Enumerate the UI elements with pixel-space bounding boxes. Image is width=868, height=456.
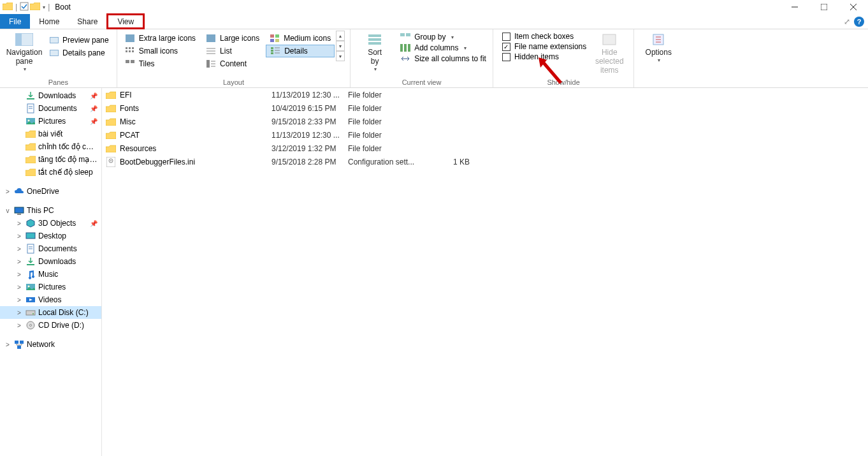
layout-scroll-up[interactable]: ▴ bbox=[336, 31, 345, 41]
nav-item[interactable]: >Pictures bbox=[0, 281, 101, 293]
file-list[interactable]: EFI11/13/2019 12:30 ...File folderFonts1… bbox=[102, 88, 868, 456]
tab-file[interactable]: File bbox=[0, 14, 30, 29]
nav-item[interactable]: Downloads📌 bbox=[0, 89, 101, 102]
file-row[interactable]: PCAT11/13/2019 12:30 ...File folder bbox=[102, 128, 868, 142]
layout-details[interactable]: Details bbox=[266, 45, 335, 57]
svg-rect-60 bbox=[26, 311, 35, 315]
sort-by-button[interactable]: Sort by ▾ bbox=[354, 31, 395, 73]
folder-icon bbox=[102, 131, 120, 139]
file-row[interactable]: Resources3/12/2019 1:32 PMFile folder bbox=[102, 142, 868, 155]
svg-rect-7 bbox=[126, 34, 134, 42]
expand-icon[interactable]: > bbox=[4, 341, 11, 348]
expand-icon[interactable]: > bbox=[15, 322, 23, 329]
maximize-button[interactable] bbox=[809, 0, 839, 14]
disk-icon bbox=[25, 307, 36, 318]
hidden-items-toggle[interactable]: Hidden items bbox=[500, 52, 589, 61]
tab-share[interactable]: Share bbox=[68, 14, 106, 29]
group-label-layout: Layout bbox=[117, 78, 350, 87]
nav-item[interactable]: >Downloads bbox=[0, 255, 101, 268]
nav-item[interactable]: chỉnh tốc độ chuột bbox=[0, 140, 101, 153]
expand-icon[interactable]: > bbox=[15, 309, 23, 316]
file-type: File folder bbox=[348, 91, 453, 99]
svg-rect-50 bbox=[15, 207, 24, 213]
nav-item[interactable]: bài viết bbox=[0, 128, 101, 140]
svg-rect-52 bbox=[26, 233, 35, 239]
nav-item[interactable]: >Videos bbox=[0, 293, 101, 306]
folder-icon-2 bbox=[30, 3, 40, 12]
nav-item[interactable]: >CD Drive (D:) bbox=[0, 319, 101, 332]
qat-dropdown-icon[interactable]: ▾ bbox=[41, 4, 45, 10]
svg-rect-35 bbox=[368, 38, 381, 41]
nav-item[interactable]: >Desktop bbox=[0, 230, 101, 242]
layout-medium-icons[interactable]: Medium icons bbox=[266, 32, 335, 45]
details-pane-button[interactable]: Details pane bbox=[46, 47, 113, 59]
expand-icon[interactable]: v bbox=[4, 207, 11, 214]
file-name: BootDebuggerFiles.ini bbox=[120, 158, 271, 166]
hide-selected-items-button[interactable]: Hide selected items bbox=[589, 31, 630, 76]
svg-rect-14 bbox=[129, 47, 131, 49]
nav-item[interactable]: >OneDrive bbox=[0, 185, 101, 198]
layout-extra-large-icons[interactable]: Extra large icons bbox=[121, 32, 199, 45]
nav-item[interactable]: Documents📌 bbox=[0, 102, 101, 115]
svg-point-61 bbox=[33, 313, 34, 314]
layout-gallery-more[interactable]: ▾ bbox=[336, 51, 345, 61]
layout-list[interactable]: List bbox=[202, 45, 263, 57]
svg-rect-36 bbox=[368, 42, 381, 45]
expand-icon[interactable]: > bbox=[15, 220, 23, 227]
svg-rect-41 bbox=[408, 44, 410, 52]
file-row[interactable]: Misc9/15/2018 2:33 PMFile folder bbox=[102, 115, 868, 128]
add-columns-button[interactable]: Add columns▾ bbox=[398, 43, 489, 53]
nav-item-label: Music bbox=[38, 270, 98, 279]
nav-item[interactable]: >Documents bbox=[0, 242, 101, 255]
expand-icon[interactable]: > bbox=[4, 188, 11, 195]
nav-item-label: Documents bbox=[38, 104, 98, 113]
nav-item[interactable]: >Local Disk (C:) bbox=[0, 306, 101, 319]
expand-icon[interactable]: > bbox=[15, 271, 23, 278]
onedrive-icon bbox=[14, 186, 24, 196]
nav-item-label: Downloads bbox=[38, 257, 98, 266]
options-button[interactable]: Options ▾ bbox=[638, 31, 679, 64]
file-date: 9/15/2018 2:33 PM bbox=[271, 117, 348, 126]
minimize-ribbon-icon[interactable]: ⤢ bbox=[844, 17, 850, 26]
size-all-columns-button[interactable]: Size all columns to fit bbox=[398, 54, 489, 64]
tab-view[interactable]: View bbox=[106, 13, 145, 29]
layout-content[interactable]: Content bbox=[202, 57, 263, 70]
item-checkboxes-toggle[interactable]: Item check boxes bbox=[500, 32, 589, 41]
tab-home[interactable]: Home bbox=[30, 14, 68, 29]
svg-rect-12 bbox=[275, 39, 279, 42]
expand-icon[interactable]: > bbox=[15, 297, 23, 304]
qat-check-icon[interactable] bbox=[20, 2, 29, 13]
pic-icon bbox=[25, 282, 36, 292]
expand-icon[interactable]: > bbox=[15, 246, 23, 253]
minimize-button[interactable] bbox=[780, 0, 809, 14]
expand-icon[interactable]: > bbox=[15, 233, 23, 240]
nav-item[interactable]: tăng tốc độ mạng bbox=[0, 153, 101, 166]
close-button[interactable] bbox=[839, 0, 868, 14]
help-icon[interactable]: ? bbox=[854, 17, 864, 27]
nav-item[interactable]: >Music bbox=[0, 268, 101, 281]
expand-icon[interactable]: > bbox=[15, 284, 23, 291]
ribbon: Navigation pane ▾ Preview pane Details p… bbox=[0, 29, 868, 88]
cd-icon bbox=[25, 320, 36, 330]
expand-icon[interactable]: > bbox=[15, 258, 23, 265]
file-row[interactable]: EFI11/13/2019 12:30 ...File folder bbox=[102, 88, 868, 101]
svg-rect-51 bbox=[17, 214, 21, 215]
file-name-extensions-toggle[interactable]: ✓File name extensions bbox=[500, 42, 589, 51]
navigation-tree[interactable]: Downloads📌Documents📌Pictures📌bài viếtchỉ… bbox=[0, 88, 102, 456]
nav-item[interactable]: tắt chế độ sleep bbox=[0, 166, 101, 179]
file-row[interactable]: Fonts10/4/2019 6:15 PMFile folder bbox=[102, 101, 868, 115]
group-by-button[interactable]: Group by▾ bbox=[398, 32, 489, 42]
nav-item[interactable]: vThis PC bbox=[0, 204, 101, 217]
file-row[interactable]: BootDebuggerFiles.ini9/15/2018 2:28 PMCo… bbox=[102, 155, 868, 168]
layout-scroll-down[interactable]: ▾ bbox=[336, 41, 345, 51]
svg-point-58 bbox=[28, 286, 30, 288]
nav-item[interactable]: Pictures📌 bbox=[0, 115, 101, 128]
layout-large-icons[interactable]: Large icons bbox=[202, 32, 263, 45]
layout-small-icons[interactable]: Small icons bbox=[121, 45, 199, 57]
navigation-pane-button[interactable]: Navigation pane ▾ bbox=[4, 31, 45, 73]
preview-pane-button[interactable]: Preview pane bbox=[46, 34, 113, 46]
nav-item[interactable]: >3D Objects📌 bbox=[0, 217, 101, 230]
nav-item-label: chỉnh tốc độ chuột bbox=[38, 142, 98, 151]
layout-tiles[interactable]: Tiles bbox=[121, 57, 199, 70]
nav-item[interactable]: >Network bbox=[0, 338, 101, 351]
